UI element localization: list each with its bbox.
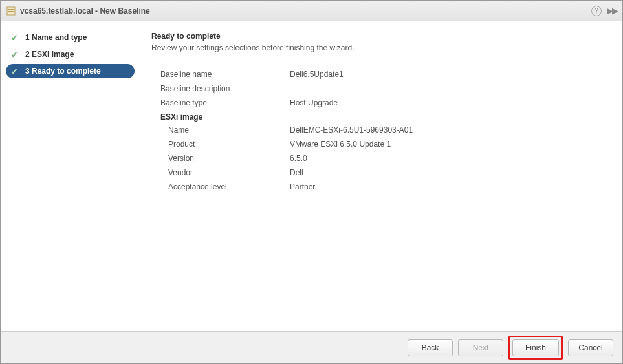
- field-image-product: Product VMware ESXi 6.5.0 Update 1: [168, 138, 604, 150]
- field-value: Host Upgrade: [290, 97, 338, 109]
- expand-icon[interactable]: ▶▶: [607, 6, 617, 16]
- step-ready-to-complete[interactable]: ✓ 3 Ready to complete: [6, 64, 135, 78]
- checkmark-icon: ✓: [11, 50, 19, 59]
- field-value: DellEMC-ESXi-6.5U1-5969303-A01: [290, 124, 413, 136]
- field-baseline-description: Baseline description: [160, 83, 604, 94]
- help-icon[interactable]: ?: [591, 6, 602, 16]
- next-button: Next: [458, 339, 503, 356]
- step-esxi-image[interactable]: ✓ 2 ESXi image: [6, 47, 135, 61]
- titlebar: vcsa65.testlab.local - New Baseline ? ▶▶: [1, 1, 622, 21]
- svg-rect-2: [8, 11, 14, 12]
- main-content: Ready to complete Review your settings s…: [140, 21, 622, 331]
- finish-button-highlight: Finish: [508, 336, 563, 360]
- field-label: Acceptance level: [168, 181, 290, 193]
- back-button[interactable]: Back: [408, 339, 453, 356]
- divider: [151, 58, 604, 58]
- checkmark-icon: ✓: [11, 33, 19, 43]
- step-name-and-type[interactable]: ✓ 1 Name and type: [6, 30, 135, 45]
- field-value: Dell: [290, 167, 303, 178]
- field-value: VMware ESXi 6.5.0 Update 1: [290, 138, 391, 150]
- window-icon: [6, 6, 16, 16]
- svg-rect-1: [8, 9, 14, 10]
- field-value: Dell6.5Update1: [290, 69, 344, 80]
- field-image-acceptance-level: Acceptance level Partner: [168, 181, 604, 193]
- field-baseline-type: Baseline type Host Upgrade: [160, 97, 604, 109]
- field-label: Version: [168, 153, 290, 164]
- esxi-image-fields: Name DellEMC-ESXi-6.5U1-5969303-A01 Prod…: [151, 124, 604, 193]
- checkmark-icon: ✓: [11, 67, 19, 76]
- field-value: 6.5.0: [290, 153, 307, 164]
- field-label: Name: [168, 124, 290, 136]
- field-label: Baseline type: [160, 97, 290, 109]
- field-label: Baseline description: [160, 83, 290, 94]
- field-label: Product: [168, 138, 290, 150]
- field-baseline-name: Baseline name Dell6.5Update1: [160, 69, 604, 80]
- field-image-vendor: Vendor Dell: [168, 167, 604, 178]
- content-subtitle: Review your settings selections before f…: [151, 43, 604, 52]
- finish-button[interactable]: Finish: [512, 339, 559, 356]
- field-value: Partner: [290, 181, 315, 193]
- field-image-version: Version 6.5.0: [168, 153, 604, 164]
- content-title: Ready to complete: [151, 32, 604, 41]
- esxi-image-header: ESXi image: [160, 112, 604, 122]
- wizard-sidebar: ✓ 1 Name and type ✓ 2 ESXi image ✓ 3 Rea…: [1, 21, 140, 331]
- step-label: 2 ESXi image: [25, 50, 74, 59]
- window-title: vcsa65.testlab.local - New Baseline: [20, 6, 591, 16]
- field-label: Vendor: [168, 167, 290, 178]
- cancel-button[interactable]: Cancel: [568, 339, 613, 356]
- field-label: Baseline name: [160, 69, 290, 80]
- field-image-name: Name DellEMC-ESXi-6.5U1-5969303-A01: [168, 124, 604, 136]
- baseline-fields: Baseline name Dell6.5Update1 Baseline de…: [151, 69, 604, 109]
- step-label: 1 Name and type: [25, 33, 87, 42]
- step-label: 3 Ready to complete: [25, 67, 101, 76]
- footer: Back Next Finish Cancel: [1, 331, 622, 363]
- body-area: ✓ 1 Name and type ✓ 2 ESXi image ✓ 3 Rea…: [1, 21, 622, 331]
